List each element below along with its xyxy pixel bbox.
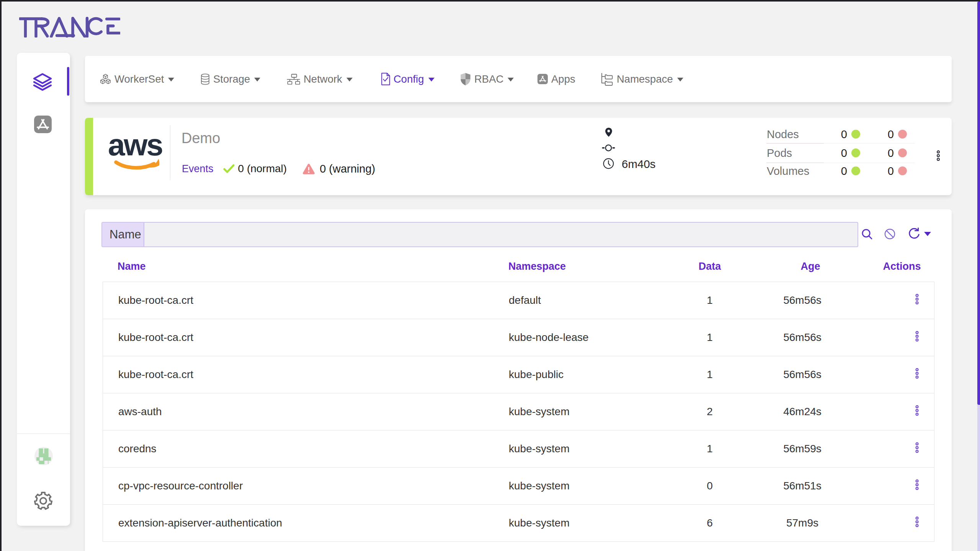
svg-text:aws: aws — [108, 132, 162, 162]
